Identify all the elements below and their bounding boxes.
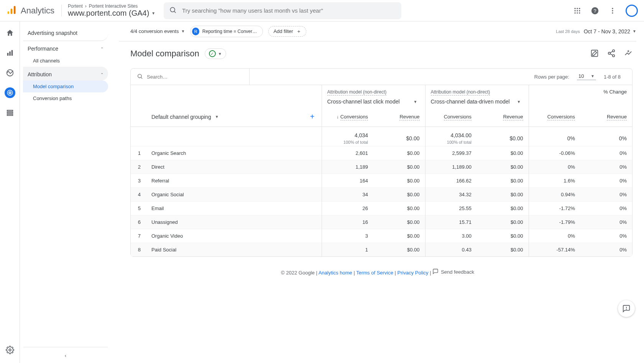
- left-rail: [0, 21, 20, 363]
- svg-line-34: [610, 51, 613, 53]
- analytics-logo-icon: [6, 5, 17, 16]
- customize-report-icon[interactable]: [590, 49, 599, 59]
- global-search[interactable]: [164, 2, 401, 19]
- svg-point-8: [575, 10, 576, 11]
- sidebar-item-conversion-paths[interactable]: Conversion paths: [23, 92, 108, 104]
- metric-revenue-a[interactable]: Revenue: [399, 114, 419, 120]
- rail-admin-icon[interactable]: [5, 345, 15, 355]
- svg-rect-21: [11, 50, 13, 56]
- chevron-down-icon: ▼: [414, 100, 417, 104]
- table-search[interactable]: [131, 69, 250, 85]
- total-conv-b: 4,034.00: [451, 132, 472, 138]
- metric-conversions-a[interactable]: Conversions: [340, 114, 368, 120]
- svg-point-12: [577, 12, 578, 13]
- add-filter-label: Add filter: [273, 28, 293, 34]
- rail-explore-icon[interactable]: [5, 67, 15, 78]
- date-range-picker[interactable]: Oct 7 - Nov 3, 2022 ▼: [584, 28, 636, 34]
- search-icon: [137, 73, 143, 80]
- reporting-time-chip[interactable]: R Reporting time = Conversio…: [190, 26, 263, 37]
- model-b-label: Attribution model (non-direct): [431, 89, 490, 95]
- feedback-fab[interactable]: [618, 300, 635, 317]
- table-search-input[interactable]: [147, 74, 243, 80]
- svg-point-3: [170, 7, 175, 12]
- breadcrumb-property: Portent Interactive Sites: [89, 3, 138, 9]
- table-row[interactable]: 1Organic Search2,601$0.002,599.37$0.00-0…: [131, 146, 632, 160]
- svg-rect-1: [11, 9, 13, 14]
- rows-per-page-value: 10: [578, 73, 584, 79]
- svg-point-32: [608, 52, 611, 54]
- svg-point-33: [613, 54, 615, 57]
- account-avatar[interactable]: [626, 5, 638, 17]
- product-name: Analytics: [21, 6, 54, 16]
- insights-icon[interactable]: [624, 49, 632, 59]
- conversion-events-selector[interactable]: 4/4 conversion events ▼: [119, 28, 185, 34]
- main: 4/4 conversion events ▼ R Reporting time…: [111, 21, 644, 363]
- chevron-left-icon: ‹: [65, 353, 66, 358]
- footer-link-privacy[interactable]: Privacy Policy: [398, 270, 429, 276]
- sidebar-group-performance[interactable]: Performance ⌃: [23, 41, 108, 55]
- property-picker[interactable]: Portent › Portent Interactive Sites www.…: [68, 3, 156, 18]
- chevron-down-icon: ▼: [218, 52, 222, 56]
- metric-conversions-b[interactable]: Conversions: [444, 114, 472, 120]
- chevron-down-icon: ▼: [181, 29, 185, 33]
- svg-rect-2: [14, 6, 16, 14]
- data-card: Rows per page: 10 ▼ 1-8 of 8 Attribution…: [130, 68, 632, 257]
- sidebar-item-snapshot[interactable]: Advertising snapshot: [23, 26, 108, 41]
- model-b-select[interactable]: Cross-channel data-driven model ▼: [431, 99, 523, 105]
- more-icon[interactable]: [608, 6, 617, 15]
- table-row[interactable]: 2Direct1,189$0.001,189.00$0.000%0%: [131, 160, 632, 174]
- table-row[interactable]: 6Unassigned16$0.0015.71$0.00-1.79%0%: [131, 215, 632, 229]
- dimension-picker[interactable]: Default channel grouping ▼ +: [136, 112, 316, 121]
- chevron-down-icon: ▼: [151, 11, 155, 15]
- sidebar-collapse-button[interactable]: ‹: [23, 347, 108, 358]
- add-dimension-button[interactable]: +: [310, 112, 316, 121]
- svg-point-31: [613, 49, 615, 52]
- search-input[interactable]: [182, 7, 396, 14]
- rows-per-page-select[interactable]: 10 ▼: [577, 73, 596, 80]
- footer-link-home[interactable]: Analytics home: [319, 270, 352, 276]
- chevron-up-icon: ⌃: [100, 72, 104, 77]
- rail-home-icon[interactable]: [5, 28, 15, 38]
- chevron-down-icon: ▼: [632, 29, 636, 33]
- send-feedback-button[interactable]: Send feedback: [432, 268, 474, 276]
- logo-block[interactable]: Analytics: [6, 5, 62, 16]
- svg-rect-27: [7, 112, 13, 113]
- page-title: Model comparison: [130, 49, 199, 59]
- footer: © 2022 Google | Analytics home | Terms o…: [119, 257, 636, 279]
- sidebar-group-label: Performance: [28, 46, 58, 52]
- table-row[interactable]: 7Organic Video3$0.003.00$0.000%0%: [131, 229, 632, 243]
- total-rev-a: $0.00: [406, 135, 419, 141]
- svg-point-7: [579, 8, 580, 9]
- apps-icon[interactable]: [573, 6, 582, 15]
- date-range-label: Last 28 days: [556, 29, 580, 34]
- sort-desc-icon[interactable]: ↓: [337, 114, 339, 120]
- metric-revenue-change[interactable]: Revenue: [607, 114, 627, 120]
- model-a-select[interactable]: Cross-channel last click model ▼: [327, 99, 420, 105]
- svg-point-11: [575, 12, 576, 13]
- metric-conversions-change[interactable]: Conversions: [547, 114, 575, 120]
- comparison-table: Attribution model (non-direct) Cross-cha…: [131, 85, 632, 256]
- footer-link-terms[interactable]: Terms of Service: [356, 270, 393, 276]
- table-row[interactable]: 8Paid Social1$0.000.43$0.00-57.14%0%: [131, 243, 632, 257]
- rail-configure-icon[interactable]: [5, 107, 15, 118]
- svg-rect-20: [9, 51, 11, 56]
- add-filter-button[interactable]: Add filter ＋: [268, 26, 306, 37]
- svg-point-9: [577, 10, 578, 11]
- rail-reports-icon[interactable]: [5, 48, 15, 58]
- status-chip[interactable]: ✓ ▼: [205, 48, 226, 59]
- metric-revenue-b[interactable]: Revenue: [503, 114, 523, 120]
- svg-point-39: [626, 309, 627, 309]
- total-conv-b-sub: 100% of total: [431, 138, 472, 145]
- share-icon[interactable]: [607, 49, 616, 59]
- sidebar-item-model-comparison[interactable]: Model comparison: [23, 80, 108, 92]
- svg-point-25: [10, 92, 10, 93]
- sidebar-group-attribution[interactable]: Attribution ⌃: [23, 67, 108, 80]
- report-toolbar: 4/4 conversion events ▼ R Reporting time…: [119, 21, 636, 41]
- table-row[interactable]: 3Referral164$0.00166.62$0.001.6%0%: [131, 174, 632, 188]
- svg-point-16: [612, 8, 613, 9]
- help-icon[interactable]: ?: [590, 6, 600, 15]
- table-row[interactable]: 5Email26$0.0025.55$0.00-1.72%0%: [131, 202, 632, 215]
- sidebar-item-all-channels[interactable]: All channels: [23, 55, 108, 67]
- table-row[interactable]: 4Organic Social34$0.0034.32$0.000.94%0%: [131, 188, 632, 202]
- rail-advertising-icon[interactable]: [5, 87, 15, 98]
